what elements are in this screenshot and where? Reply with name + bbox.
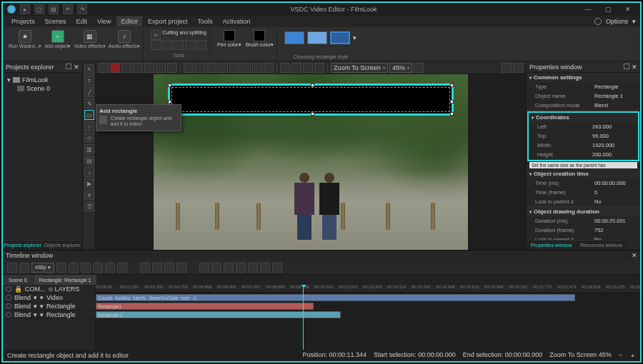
cut-icon[interactable]: ✄ [151, 30, 161, 40]
vtool-video-icon[interactable]: ▶ [84, 178, 94, 188]
vtool-shape-icon[interactable]: ◇ [84, 133, 94, 143]
tool-btn-4[interactable] [185, 40, 195, 50]
ct-align-1-icon[interactable] [184, 63, 194, 73]
tool-btn-5[interactable] [196, 40, 206, 50]
brush-color-button[interactable]: Brush color▾ [246, 30, 274, 48]
layer-row-0[interactable]: Blend▾▾Video [3, 293, 95, 302]
tl-marker-icon[interactable] [248, 263, 258, 273]
vtool-pencil-icon[interactable]: ✎ [84, 98, 94, 108]
menu-view[interactable]: View [93, 16, 115, 26]
clip-video[interactable]: Couple_holding_hands_-SaveYouTube_com_-1 [96, 294, 575, 301]
options-chevron-icon[interactable]: ▾ [632, 18, 636, 25]
tree-scene[interactable]: Scene 0 [7, 84, 78, 93]
tl-zoom-out-icon[interactable] [211, 263, 221, 273]
left-field[interactable]: 263.000 [592, 123, 635, 130]
height-field[interactable]: 200.000 [592, 151, 635, 158]
tl-close-icon[interactable]: ✕ [632, 252, 637, 259]
clip-rect-2[interactable]: Rectangle 1 [96, 311, 341, 318]
tool-btn-1[interactable] [151, 40, 161, 50]
qat-new-icon[interactable]: ▸ [20, 4, 30, 14]
run-wizard-button[interactable]: ★Run Wizard...▾ [9, 30, 41, 49]
dur-frame-field[interactable]: 752 [594, 227, 637, 233]
close-button[interactable]: ✕ [620, 6, 636, 13]
props-pin-icon[interactable] [624, 64, 629, 69]
zoom-pct-select[interactable]: 45% [389, 63, 412, 73]
top-field[interactable]: 99.000 [592, 133, 635, 139]
rect-preset-1[interactable] [284, 31, 304, 44]
sec-coordinates[interactable]: Coordinates [529, 113, 638, 122]
minimize-button[interactable]: — [580, 6, 596, 13]
tab-resources[interactable]: Resources window [576, 240, 627, 250]
ct-order-2-icon[interactable] [291, 63, 301, 73]
tl-next-frame-icon[interactable] [93, 263, 103, 273]
qat-undo-icon[interactable]: ↶ [63, 4, 73, 14]
menu-activation[interactable]: Activation [218, 16, 254, 26]
viewport[interactable] [96, 74, 526, 250]
options-label[interactable]: Options [606, 18, 628, 25]
comp-mode-select[interactable]: Blend [594, 102, 637, 108]
handle-bm[interactable] [311, 112, 314, 116]
time-frame-field[interactable]: 0 [594, 189, 637, 196]
ct-align-8-icon[interactable] [264, 63, 274, 73]
tl-skip-start-icon[interactable] [56, 263, 66, 273]
tl-fit-icon[interactable] [224, 263, 234, 273]
tl-tab-rect[interactable]: Rectangle: Rectangle 1 [34, 275, 98, 285]
ct-zoom-icon[interactable] [414, 63, 424, 73]
tool-btn-3[interactable] [174, 40, 184, 50]
rect-preset-2[interactable] [307, 31, 327, 44]
zoom-mode-select[interactable]: Zoom To Screen [331, 63, 388, 73]
sec-drawing[interactable]: Object drawing duration [527, 207, 640, 216]
tl-zoom-in-icon[interactable] [199, 263, 209, 273]
menu-projects[interactable]: Projects [7, 16, 39, 26]
ct-redo-icon[interactable] [167, 63, 177, 73]
tl-fwd-icon[interactable] [19, 263, 29, 273]
handle-ml[interactable] [168, 100, 171, 103]
qat-redo-icon[interactable]: ↷ [77, 4, 87, 14]
tl-res-select[interactable]: 480p ▾ [31, 263, 54, 273]
layer-row-1[interactable]: Blend▾▾Rectangle [3, 302, 95, 310]
video-effects-button[interactable]: ▦Video effects▾ [74, 30, 106, 49]
tl-back-icon[interactable] [7, 263, 17, 273]
ct-delete-icon[interactable] [110, 63, 120, 73]
vtool-audio-icon[interactable]: ♪ [84, 167, 94, 177]
maximize-button[interactable]: ▢ [600, 6, 616, 13]
tl-tab-scene[interactable]: Scene 0 [3, 275, 34, 285]
handle-tl[interactable] [168, 84, 171, 87]
tl-del-icon[interactable] [164, 263, 174, 273]
rectangle-object[interactable] [168, 84, 454, 116]
video-preview[interactable] [154, 74, 468, 250]
time-ms-field[interactable]: 00:00:00.000 [594, 180, 637, 186]
vtool-line-icon[interactable]: ╱ [84, 87, 94, 97]
rect-preset-3[interactable] [330, 31, 350, 44]
ct-align-7-icon[interactable] [252, 63, 262, 73]
vtool-chart-icon[interactable]: ▥ [84, 144, 94, 154]
menu-editor[interactable]: Editor [116, 16, 142, 26]
panel-pin-icon[interactable] [66, 64, 71, 69]
audio-effects-button[interactable]: ♪Audio effects▾ [109, 30, 140, 49]
gear-icon[interactable] [594, 18, 602, 25]
vtool-sprite-icon[interactable]: ☰ [84, 201, 94, 211]
tl-split-icon[interactable] [152, 263, 162, 273]
timeline-ruler[interactable]: 00:00:0000:01:25100:02:50200:03:75300:04… [96, 285, 640, 293]
menu-scenes[interactable]: Scenes [41, 16, 71, 26]
lock-parent-1[interactable]: No [594, 198, 637, 205]
qat-save-icon[interactable]: ▤ [49, 4, 59, 14]
same-size-hint[interactable]: Set the same size as the parent has [529, 162, 637, 168]
ct-align-4-icon[interactable] [218, 63, 228, 73]
vtool-rectangle-icon[interactable]: ▭ [84, 110, 94, 120]
vtool-ellipse-icon[interactable]: ○ [84, 121, 94, 131]
panel-close-icon[interactable]: ✕ [74, 64, 79, 71]
tl-snap-icon[interactable] [236, 263, 246, 273]
menu-edit[interactable]: Edit [72, 16, 92, 26]
tree-root[interactable]: ▾FilmLook [7, 76, 78, 84]
handle-tr[interactable] [450, 84, 454, 87]
handle-mr[interactable] [450, 100, 454, 103]
tl-prev-frame-icon[interactable] [69, 263, 79, 273]
ct-align-5-icon[interactable] [229, 63, 239, 73]
ct-order-4-icon[interactable] [314, 63, 324, 73]
ct-copy-icon[interactable] [133, 63, 143, 73]
ct-order-1-icon[interactable] [280, 63, 290, 73]
add-object-button[interactable]: ＋Add object▾ [44, 30, 71, 49]
status-zoom-minus-icon[interactable]: − [619, 351, 622, 360]
object-name-field[interactable]: Rectangle 1 [594, 93, 637, 99]
